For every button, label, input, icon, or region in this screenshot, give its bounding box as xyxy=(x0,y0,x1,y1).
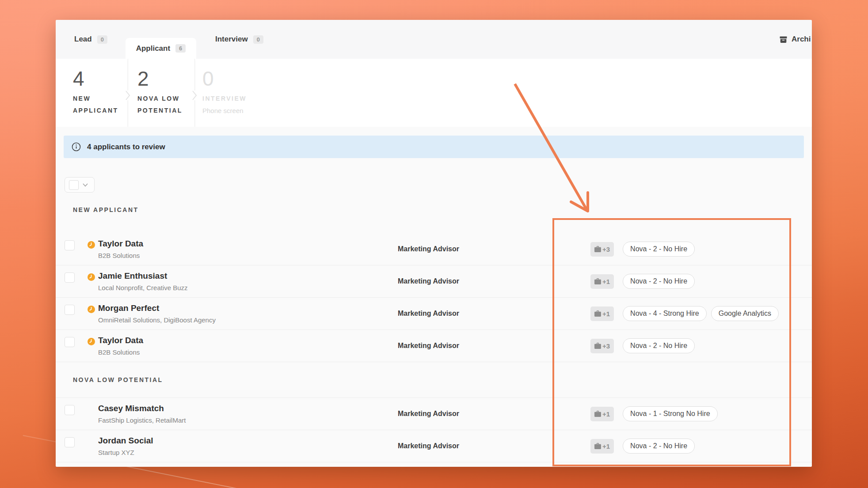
section-rows: Taylor Data B2B Solutions Marketing Advi… xyxy=(56,233,812,362)
briefcase-icon xyxy=(594,343,601,349)
rating-tag: Nova - 2 - No Hire xyxy=(623,274,695,289)
tab-label: Lead xyxy=(74,35,92,44)
row-checkbox[interactable] xyxy=(65,272,75,283)
applicant-row[interactable]: Casey Mismatch FastShip Logistics, Retai… xyxy=(56,398,812,430)
job-count: +3 xyxy=(602,342,610,350)
candidate-company: Local Nonprofit, Creative Buzz xyxy=(98,284,188,292)
candidate-name: Taylor Data xyxy=(98,335,143,346)
stage-count: 4 xyxy=(73,68,118,89)
applicant-list: 4 applicants to review NEW APPLICANT T xyxy=(56,127,812,467)
stage-label: NEW xyxy=(73,95,91,102)
row-checkbox[interactable] xyxy=(65,405,75,415)
candidate-company: Startup XYZ xyxy=(98,448,153,457)
section-title: NEW APPLICANT xyxy=(73,206,139,213)
tab-label: Interview xyxy=(215,35,248,44)
candidate-name: Morgan Perfect xyxy=(98,303,216,314)
applicant-pipeline-window: Applicant 6 Lead 0 Interview 0 Archi xyxy=(56,20,812,467)
candidate-position: Marketing Advisor xyxy=(398,398,459,430)
tab-applicant[interactable]: Applicant 6 xyxy=(126,38,196,59)
candidate-position: Marketing Advisor xyxy=(398,265,459,297)
candidate-position: Marketing Advisor xyxy=(398,298,459,329)
job-count-badge: +1 xyxy=(590,439,614,454)
stage-summary-row: 4 NEW APPLICANT 2 NOVA LOW POTENTIAL 0 I… xyxy=(56,59,812,127)
job-count: +1 xyxy=(602,310,610,318)
job-count-badge: +3 xyxy=(590,242,614,257)
clock-icon xyxy=(88,241,95,249)
pipeline-header: Applicant 6 Lead 0 Interview 0 Archi xyxy=(56,20,812,59)
briefcase-icon xyxy=(594,310,601,317)
review-banner: 4 applicants to review xyxy=(64,136,804,158)
job-count-badge: +1 xyxy=(590,407,614,421)
candidate-name: Taylor Data xyxy=(98,238,143,250)
tab-label: Applicant xyxy=(136,44,170,53)
rating-tag: Nova - 1 - Strong No Hire xyxy=(623,406,718,421)
select-all-checkbox[interactable] xyxy=(69,180,79,190)
candidate-name: Casey Mismatch xyxy=(98,403,186,414)
job-count: +1 xyxy=(602,443,610,450)
tag-list: +1 Nova - 4 - Strong Hire Google Analyti… xyxy=(590,298,783,329)
tag-list: +3 Nova - 2 - No Hire xyxy=(590,330,699,362)
row-checkbox[interactable] xyxy=(65,240,75,250)
tab-count-badge: 0 xyxy=(253,35,263,44)
tab-interview[interactable]: Interview 0 xyxy=(215,20,263,59)
stage-sublabel: Phone screen xyxy=(202,105,247,117)
row-checkbox[interactable] xyxy=(65,305,75,315)
section-title: NOVA LOW POTENTIAL xyxy=(73,376,163,383)
section-rows: Casey Mismatch FastShip Logistics, Retai… xyxy=(56,397,812,462)
archived-button[interactable]: Archi xyxy=(780,20,811,59)
briefcase-icon xyxy=(594,411,601,417)
stage-label: INTERVIEW xyxy=(202,95,247,102)
rating-tag: Nova - 2 - No Hire xyxy=(623,242,695,257)
clock-icon xyxy=(88,338,95,345)
stage-count: 0 xyxy=(202,68,247,89)
job-count-badge: +1 xyxy=(590,274,614,289)
briefcase-icon xyxy=(594,443,601,449)
candidate-position: Marketing Advisor xyxy=(398,233,459,265)
row-checkbox[interactable] xyxy=(65,337,75,347)
desktop: Applicant 6 Lead 0 Interview 0 Archi xyxy=(0,0,868,488)
job-count: +1 xyxy=(602,278,610,285)
job-count: +1 xyxy=(602,410,610,418)
rating-tag: Nova - 2 - No Hire xyxy=(623,439,695,454)
row-checkbox[interactable] xyxy=(65,437,75,447)
candidate-position: Marketing Advisor xyxy=(398,430,459,462)
banner-text: 4 applicants to review xyxy=(87,143,165,151)
clock-icon xyxy=(88,306,95,313)
job-count-badge: +3 xyxy=(590,339,614,353)
stage-new-applicant[interactable]: 4 NEW APPLICANT xyxy=(73,59,118,127)
candidate-name: Jamie Enthusiast xyxy=(98,270,188,282)
applicant-row[interactable]: Jordan Social Startup XYZ Marketing Advi… xyxy=(56,430,812,462)
stage-label: NOVA LOW xyxy=(137,95,179,102)
rating-tag: Nova - 4 - Strong Hire xyxy=(623,306,707,321)
applicant-row[interactable]: Taylor Data B2B Solutions Marketing Advi… xyxy=(56,233,812,265)
stage-label: APPLICANT xyxy=(73,107,118,114)
candidate-company: FastShip Logistics, RetailMart xyxy=(98,416,186,425)
tag-list: +1 Nova - 1 - Strong No Hire xyxy=(590,398,722,430)
chevron-right-icon xyxy=(192,91,197,100)
candidate-company: B2B Solutions xyxy=(98,348,143,357)
chevron-down-icon xyxy=(83,183,88,187)
archive-icon xyxy=(780,36,787,43)
info-icon xyxy=(72,142,81,151)
applicant-row[interactable]: Taylor Data B2B Solutions Marketing Advi… xyxy=(56,330,812,362)
rating-tag: Nova - 2 - No Hire xyxy=(623,338,695,353)
skill-tag: Google Analytics xyxy=(711,306,779,321)
stage-count: 2 xyxy=(137,68,183,89)
tab-lead[interactable]: Lead 0 xyxy=(74,20,107,59)
chevron-right-icon xyxy=(126,91,130,100)
briefcase-icon xyxy=(594,278,601,284)
candidate-position: Marketing Advisor xyxy=(398,330,459,362)
stage-nova-low-potential[interactable]: 2 NOVA LOW POTENTIAL xyxy=(137,59,183,127)
tab-count-badge: 0 xyxy=(97,35,107,44)
select-all-dropdown[interactable] xyxy=(65,177,95,193)
applicant-row[interactable]: Morgan Perfect OmniRetail Solutions, Dig… xyxy=(56,298,812,330)
tag-list: +1 Nova - 2 - No Hire xyxy=(590,265,699,297)
tag-list: +1 Nova - 2 - No Hire xyxy=(590,430,699,462)
clock-icon xyxy=(88,273,95,281)
stage-interview[interactable]: 0 INTERVIEW Phone screen xyxy=(202,59,247,127)
briefcase-icon xyxy=(594,246,601,252)
candidate-name: Jordan Social xyxy=(98,435,153,446)
applicant-row[interactable]: Jamie Enthusiast Local Nonprofit, Creati… xyxy=(56,265,812,298)
candidate-company: B2B Solutions xyxy=(98,251,143,260)
job-count-badge: +1 xyxy=(590,306,614,321)
